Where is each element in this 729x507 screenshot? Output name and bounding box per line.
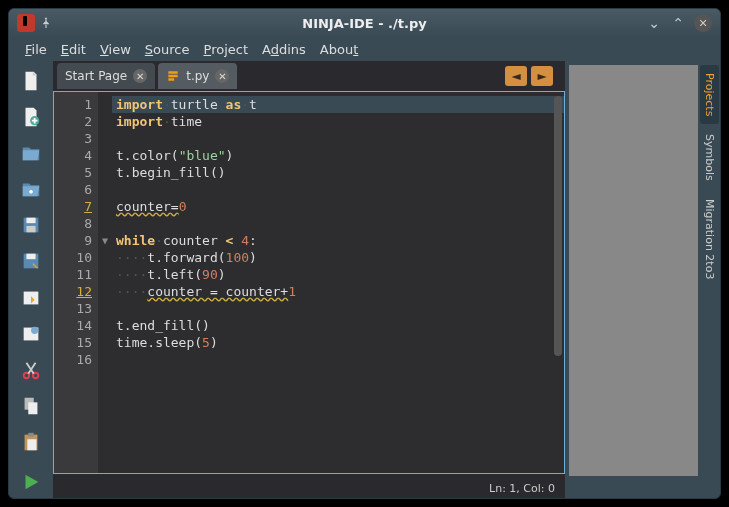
svg-rect-15 — [27, 439, 36, 450]
menu-addins[interactable]: Addins — [256, 40, 312, 59]
code-line[interactable]: import·turtle as·t — [112, 96, 564, 113]
deactivate-profile-button[interactable] — [14, 318, 48, 350]
tab-close-button[interactable]: ✕ — [215, 69, 229, 83]
vertical-scrollbar[interactable] — [554, 96, 562, 356]
left-toolbar — [9, 61, 53, 498]
dock-tab[interactable]: Projects — [700, 65, 719, 124]
svg-rect-2 — [26, 218, 35, 224]
new-file-button[interactable] — [14, 65, 48, 97]
svg-rect-12 — [28, 402, 37, 414]
minimize-button[interactable]: ⌄ — [646, 15, 662, 31]
menu-view[interactable]: View — [94, 40, 137, 59]
cursor-position: Ln: 1, Col: 0 — [489, 482, 555, 495]
pin-icon[interactable] — [39, 16, 53, 30]
svg-rect-3 — [26, 226, 35, 232]
code-line[interactable]: import·time — [116, 113, 558, 130]
svg-rect-14 — [28, 433, 34, 437]
fold-column[interactable]: ▼ — [98, 92, 112, 473]
close-button[interactable]: ✕ — [694, 14, 712, 32]
dock-tab[interactable]: Migration 2to3 — [700, 191, 719, 287]
code-line[interactable]: time.sleep(5) — [116, 334, 558, 351]
editor-column: Start Page✕t.py✕ ◄ ► 1234567891011121314… — [53, 61, 565, 498]
tab-close-button[interactable]: ✕ — [133, 69, 147, 83]
editor-tab[interactable]: Start Page✕ — [57, 63, 155, 89]
code-line[interactable]: t.begin_fill() — [116, 164, 558, 181]
code-area[interactable]: import·turtle as·timport·timet.color("bl… — [112, 92, 564, 473]
dock-tab[interactable]: Symbols — [700, 126, 719, 189]
content-area: Start Page✕t.py✕ ◄ ► 1234567891011121314… — [9, 61, 720, 498]
menu-source[interactable]: Source — [139, 40, 196, 59]
projects-panel[interactable] — [569, 65, 698, 476]
code-line[interactable]: while·counter < 4: — [116, 232, 558, 249]
save-button[interactable] — [14, 209, 48, 241]
menu-project[interactable]: Project — [198, 40, 255, 59]
copy-button[interactable] — [14, 390, 48, 422]
code-line[interactable]: ····counter = counter+1 — [116, 283, 558, 300]
statusbar: Ln: 1, Col: 0 — [53, 478, 565, 498]
run-button[interactable] — [14, 466, 48, 498]
menu-about[interactable]: About — [314, 40, 364, 59]
tabbar: Start Page✕t.py✕ ◄ ► — [53, 61, 565, 91]
code-line[interactable]: ····t.left(90) — [116, 266, 558, 283]
fold-toggle[interactable]: ▼ — [98, 232, 112, 249]
paste-button[interactable] — [14, 426, 48, 458]
menu-file[interactable]: File — [19, 40, 53, 59]
tab-label: t.py — [186, 69, 209, 83]
window-title: NINJA-IDE - ./t.py — [302, 16, 426, 31]
code-line[interactable] — [116, 215, 558, 232]
nav-back-button[interactable]: ◄ — [505, 66, 527, 86]
open-project-button[interactable] — [14, 173, 48, 205]
svg-point-8 — [31, 326, 38, 333]
editor-tab[interactable]: t.py✕ — [158, 63, 237, 89]
code-line[interactable]: t.end_fill() — [116, 317, 558, 334]
code-line[interactable]: ····t.forward(100) — [116, 249, 558, 266]
code-line[interactable] — [116, 130, 558, 147]
right-dock: ProjectsSymbolsMigration 2to3 — [565, 61, 720, 498]
nav-forward-button[interactable]: ► — [531, 66, 553, 86]
app-window: NINJA-IDE - ./t.py ⌄ ⌃ ✕ File Edit View … — [8, 8, 721, 499]
code-line[interactable] — [116, 300, 558, 317]
dock-tabs: ProjectsSymbolsMigration 2to3 — [698, 61, 720, 498]
open-file-button[interactable] — [14, 137, 48, 169]
save-as-button[interactable] — [14, 245, 48, 277]
titlebar[interactable]: NINJA-IDE - ./t.py ⌄ ⌃ ✕ — [9, 9, 720, 37]
maximize-button[interactable]: ⌃ — [670, 15, 686, 31]
gutter: 12345678910111213141516 — [54, 92, 98, 473]
tab-label: Start Page — [65, 69, 127, 83]
code-line[interactable] — [116, 181, 558, 198]
code-line[interactable] — [116, 351, 558, 368]
app-icon — [17, 14, 35, 32]
menu-edit[interactable]: Edit — [55, 40, 92, 59]
activate-profile-button[interactable] — [14, 281, 48, 313]
new-project-button[interactable] — [14, 101, 48, 133]
menubar: File Edit View Source Project Addins Abo… — [9, 37, 720, 61]
file-modified-icon — [166, 69, 180, 83]
svg-rect-5 — [26, 254, 35, 259]
code-line[interactable]: counter=0 — [116, 198, 558, 215]
cut-button[interactable] — [14, 354, 48, 386]
code-line[interactable]: t.color("blue") — [116, 147, 558, 164]
editor[interactable]: 12345678910111213141516 ▼ import·turtle … — [53, 91, 565, 474]
